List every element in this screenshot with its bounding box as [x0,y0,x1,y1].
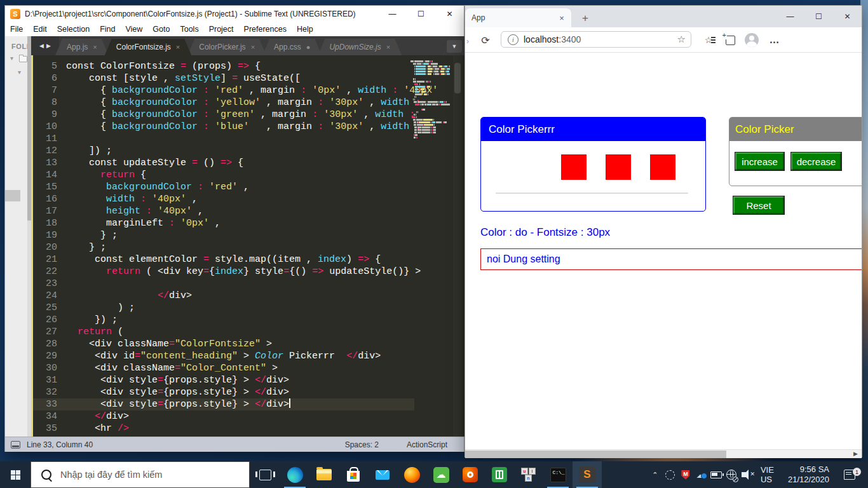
new-tab-button[interactable]: + [578,11,593,26]
cursor-position: Line 33, Column 40 [27,440,93,449]
tray-overflow-chevron-icon[interactable]: ⌃ [648,461,663,488]
tab-close-icon[interactable]: × [176,43,180,51]
taskbar-app-store[interactable] [339,461,368,488]
taskbar-app-cloud[interactable]: ☁ [426,461,456,488]
code-line: 29 <div id="content_heading" > Color Pic… [33,350,414,362]
taskbar-app-explorer[interactable] [309,461,339,488]
code-line: 28 <div className="ColorFontsize" > [33,338,414,350]
antivirus-shield-icon[interactable]: M [678,461,693,488]
tab-close-icon[interactable]: × [556,12,567,24]
taskbar-search-box[interactable]: Nhập tại đây để tìm kiếm [31,461,250,488]
maximize-button[interactable]: ☐ [804,6,833,27]
tab-scroll-arrows[interactable]: ◀ ▶ [31,36,59,55]
menu-file[interactable]: File [5,25,28,34]
menu-edit[interactable]: Edit [28,25,52,34]
language-indicator[interactable]: VIE US [754,465,780,484]
sidebar-hscroll-thumb[interactable] [5,190,20,201]
cloud-icon: ☁ [433,467,449,483]
code-line: 20 } ; [33,241,414,254]
browser-horizontal-scrollbar[interactable]: ▶ [465,449,862,458]
site-info-icon[interactable]: i [508,34,519,45]
taskbar-app-edge[interactable] [280,461,309,488]
line-number: 14 [33,169,66,181]
favorites-hub-icon[interactable]: ☆ [700,32,717,48]
bookmark-star-icon[interactable]: ☆ [677,34,686,45]
indent-setting[interactable]: Spaces: 2 [345,440,379,449]
network-no-internet-icon[interactable] [724,461,739,488]
tab-close-icon[interactable]: × [251,43,255,51]
menu-project[interactable]: Project [204,25,239,34]
unsaved-dot-icon[interactable]: ● [306,43,311,51]
sublime-sidebar[interactable]: FOLDERS ▾ ▾ [5,36,31,437]
menu-view[interactable]: View [120,25,147,34]
editor-tab-app.js[interactable]: App.js× [55,39,109,55]
browser-tab[interactable]: App × [465,8,571,27]
search-placeholder: Nhập tại đây để tìm kiếm [60,470,162,480]
taskbar-app-sublime[interactable]: S [573,461,602,488]
taskbar-app-unikey[interactable]: uin [514,461,543,488]
code-line: 15 backgroundColor : 'red' , [33,181,414,193]
editor-tab-app.css[interactable]: App.css● [262,39,322,55]
tab-close-icon[interactable]: × [386,43,390,51]
taskbar-app-book[interactable] [485,461,514,488]
minimize-button[interactable]: — [776,6,804,27]
taskbar-clock[interactable]: 9:56 SA 21/12/2020 [780,464,837,485]
action-center-button[interactable]: 1 [837,470,862,480]
close-button[interactable]: ✕ [833,6,862,27]
scrollbar-right-arrow-icon[interactable]: ▶ [853,450,858,458]
message-box[interactable]: noi Dung setting [480,248,862,270]
color-pickerrr-panel: Color Pickerrr [480,117,706,212]
taskbar-app-firefox[interactable] [397,461,426,488]
minimize-button[interactable]: — [378,6,407,22]
tab-scroll-right-icon[interactable]: ▶ [46,43,51,49]
menu-preferences[interactable]: Preferences [239,25,292,34]
tree-expand-icon[interactable]: ▾ [10,55,13,62]
close-button[interactable]: ✕ [435,6,464,22]
taskbar-app-office[interactable] [456,461,485,488]
increase-button[interactable]: increase [735,152,785,171]
decrease-button[interactable]: decrease [790,152,842,171]
address-bar[interactable]: i localhost :3400 ☆ [501,31,691,48]
maximize-button[interactable]: ☐ [407,6,435,22]
battery-icon[interactable] [709,461,724,488]
reset-button[interactable]: Reset [733,196,785,215]
menu-goto[interactable]: Goto [147,25,175,34]
editor-tab-colorfontsize.js[interactable]: ColorFontsize.js× [105,39,191,55]
editor-tab-colorpicker.js[interactable]: ColorPicker.js× [187,39,266,55]
start-button[interactable] [0,461,31,488]
cloud-sync-icon[interactable]: ☁ [693,461,709,488]
volume-muted-icon[interactable] [739,461,754,488]
menu-selection[interactable]: Selection [52,25,95,34]
menu-tools[interactable]: Tools [175,25,203,34]
panel-toggle-icon[interactable] [11,441,20,449]
tray-sync-icon[interactable] [663,461,678,488]
menu-help[interactable]: Help [292,25,318,34]
taskbar-app-cmd[interactable]: C:\_ [543,461,573,488]
tab-scroll-left-icon[interactable]: ◀ [39,43,44,49]
taskbar-app-mail[interactable] [368,461,397,488]
notification-badge: 1 [853,468,861,476]
menu-find[interactable]: Find [95,25,120,34]
editor-tab-updownsize.js[interactable]: UpDownSize.js× [318,39,402,55]
forward-button-sliver-icon[interactable]: › [466,37,469,46]
minimap[interactable] [410,60,450,429]
tree-expand-icon[interactable]: ▾ [18,69,21,76]
profile-avatar-icon[interactable] [743,32,760,48]
scrollbar-thumb[interactable] [465,451,726,458]
browser-menu-icon[interactable]: … [766,32,783,48]
editor-scrollbar[interactable] [453,55,462,437]
collections-icon[interactable] [722,32,738,48]
sublime-code-editor[interactable]: 5const ColorFontsize = (props) => {6 con… [31,55,465,437]
task-view-button[interactable] [250,461,280,488]
tab-title: App [471,13,556,22]
line-number: 13 [33,157,66,169]
line-number: 24 [33,290,66,302]
reload-icon[interactable]: ⟳ [478,32,493,48]
tab-overflow-dropdown-icon[interactable]: ▼ [447,40,462,53]
clock-date: 21/12/2020 [788,475,829,485]
color-square [606,154,631,180]
code-lines[interactable]: 5const ColorFontsize = (props) => {6 con… [33,60,414,435]
syntax-mode[interactable]: ActionScript [407,440,447,449]
tab-close-icon[interactable]: × [93,43,97,51]
sublime-titlebar[interactable]: S D:\Project1\project1\src\Component\Col… [5,6,464,22]
